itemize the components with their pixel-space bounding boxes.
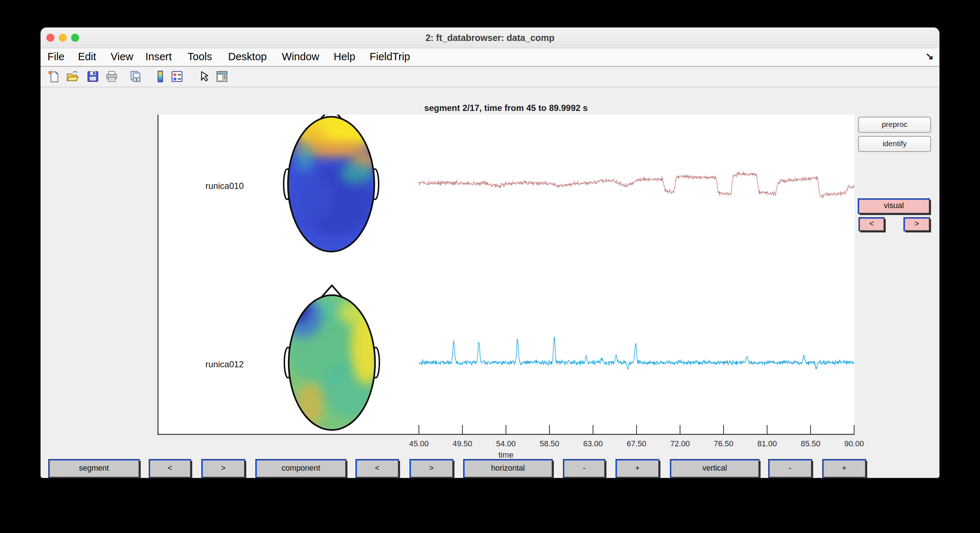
x-tick-63.00: 63.00 xyxy=(583,439,603,449)
publish-link-icon[interactable] xyxy=(129,70,142,83)
visual-prev-button[interactable]: < xyxy=(859,218,884,231)
figure-title: segment 2/17, time from 45 to 89.9992 s xyxy=(158,103,854,113)
menu-file[interactable]: File xyxy=(48,48,65,66)
vertical-minus-button[interactable]: - xyxy=(768,460,812,477)
menu-fieldtrip[interactable]: FieldTrip xyxy=(369,48,410,66)
preproc-button[interactable]: preproc xyxy=(858,117,931,133)
screen: { "window": { "title": "2: ft_databrowse… xyxy=(0,0,980,533)
segment-button[interactable]: segment xyxy=(49,460,139,477)
segment-prev-button[interactable]: < xyxy=(149,460,191,477)
window-title: 2: ft_databrowser: data_comp xyxy=(41,27,939,48)
x-tick-76.50: 76.50 xyxy=(714,439,733,449)
visual-next-button[interactable]: > xyxy=(904,218,929,231)
x-axis-tick-labels: 45.0049.5054.0058.5063.0067.5072.0076.50… xyxy=(158,439,854,450)
topography-runica012 xyxy=(283,285,382,431)
component-plot-canvas xyxy=(158,115,854,435)
x-tick-72.00: 72.00 xyxy=(670,439,690,449)
print-icon[interactable] xyxy=(105,70,118,83)
topography-runica010 xyxy=(279,115,383,252)
x-tick-45.00: 45.00 xyxy=(409,439,429,449)
menu-help[interactable]: Help xyxy=(334,48,355,66)
menu-insert[interactable]: Insert xyxy=(145,48,172,66)
menu-desktop[interactable]: Desktop xyxy=(228,48,267,66)
component-button[interactable]: component xyxy=(256,460,346,477)
x-axis-label: time xyxy=(158,450,854,460)
save-figure-icon[interactable] xyxy=(86,70,99,83)
x-tick-54.00: 54.00 xyxy=(496,439,516,449)
identify-button[interactable]: identify xyxy=(858,136,931,152)
trace-runica012 xyxy=(419,337,854,369)
horizontal-plus-button[interactable]: + xyxy=(616,460,659,477)
open-file-icon[interactable] xyxy=(66,70,79,83)
segment-next-button[interactable]: > xyxy=(202,460,245,477)
titlebar: 2: ft_databrowser: data_comp xyxy=(41,27,939,48)
figure-toolbar xyxy=(41,67,939,88)
menu-tools[interactable]: Tools xyxy=(188,48,212,66)
component-next-button[interactable]: > xyxy=(410,460,453,477)
plot-area[interactable] xyxy=(158,115,854,435)
edit-plot-icon[interactable] xyxy=(198,70,211,83)
x-tick-49.50: 49.50 xyxy=(453,439,472,449)
plot-browser-icon[interactable] xyxy=(215,70,229,83)
visual-button[interactable]: visual xyxy=(858,199,929,213)
insert-colorbar-icon[interactable] xyxy=(154,70,167,83)
new-figure-icon[interactable] xyxy=(47,70,60,83)
x-tick-81.00: 81.00 xyxy=(757,439,777,449)
menu-view[interactable]: View xyxy=(111,48,133,66)
vertical-button[interactable]: vertical xyxy=(670,460,759,477)
dock-figure-icon[interactable]: ↘ xyxy=(925,50,934,62)
menu-edit[interactable]: Edit xyxy=(78,48,96,66)
x-tick-85.50: 85.50 xyxy=(801,439,821,449)
component-prev-button[interactable]: < xyxy=(356,460,399,477)
component-label-runica012: runica012 xyxy=(158,359,244,370)
horizontal-minus-button[interactable]: - xyxy=(563,460,605,477)
trace-runica010 xyxy=(419,172,854,198)
x-tick-58.50: 58.50 xyxy=(540,439,559,449)
menu-window[interactable]: Window xyxy=(282,48,319,66)
insert-legend-icon[interactable] xyxy=(170,70,183,83)
x-tick-67.50: 67.50 xyxy=(627,439,646,449)
component-label-runica010: runica010 xyxy=(158,181,244,192)
menubar: ↘ FileEditViewInsertToolsDesktopWindowHe… xyxy=(41,48,939,67)
vertical-plus-button[interactable]: + xyxy=(822,460,866,477)
x-tick-90.00: 90.00 xyxy=(844,439,864,449)
horizontal-button[interactable]: horizontal xyxy=(463,460,552,477)
app-window: 2: ft_databrowser: data_comp ↘ FileEditV… xyxy=(41,27,939,478)
